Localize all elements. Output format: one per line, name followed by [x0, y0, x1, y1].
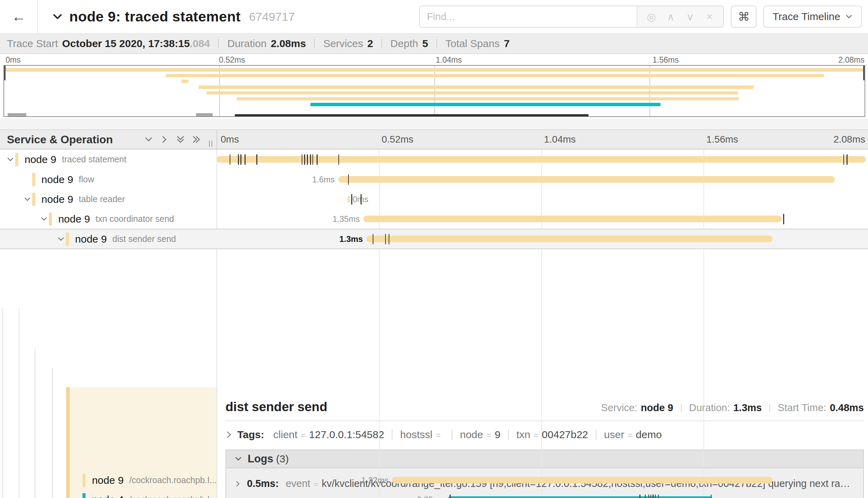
tag-separator: [508, 429, 509, 440]
log-marker-tick: [338, 154, 339, 165]
span-row-tree-cell[interactable]: node 9table reader: [0, 189, 216, 209]
log-marker-tick: [783, 214, 784, 224]
summary-item: Depth5: [390, 38, 428, 49]
logs-header[interactable]: Logs (3): [226, 450, 863, 468]
span-row[interactable]: node 9dist sender send1.3ms: [0, 229, 868, 249]
log-marker-tick: [310, 154, 311, 165]
meta-label: Duration:: [689, 402, 730, 414]
summary-value: 2: [367, 38, 373, 49]
span-row-tree-cell[interactable]: node 9traced statement: [0, 150, 216, 169]
minimap-handle[interactable]: [196, 113, 213, 116]
log-marker-tick: [843, 154, 844, 165]
minimap-tick-label: 2.08ms: [839, 55, 865, 65]
expand-one-icon[interactable]: [160, 135, 169, 144]
span-bar[interactable]: [216, 156, 866, 163]
summary-label: Trace Start: [7, 38, 58, 49]
back-button[interactable]: ←: [0, 0, 38, 33]
service-name: node 9: [42, 193, 73, 205]
timeline-minimap: 0ms0.52ms1.04ms1.56ms2.08ms: [0, 54, 868, 118]
trace-title-group: node 9: traced statement 6749717: [52, 9, 295, 25]
trace-page: ← node 9: traced statement 6749717 ◎ ∧ ∨…: [0, 0, 868, 498]
log-marker-tick: [256, 154, 257, 165]
span-bar[interactable]: [338, 176, 835, 183]
timeline-tick-header: 0ms0.52ms1.04ms1.56ms2.08ms: [216, 130, 868, 149]
service-name: node 9: [92, 474, 124, 486]
collapse-trace-chevron-icon[interactable]: [52, 11, 63, 22]
span-row[interactable]: node 9flow1.6ms: [0, 170, 868, 189]
span-row-tree-cell[interactable]: node 9/cockroach.roachpb.I...: [0, 470, 216, 490]
find-input[interactable]: [420, 6, 637, 27]
span-collapse-chevron-icon[interactable]: [23, 196, 32, 203]
prev-match-icon[interactable]: ∧: [661, 11, 680, 23]
span-collapse-chevron-icon[interactable]: [56, 235, 66, 243]
back-arrow-icon: ←: [11, 8, 26, 25]
tags-row[interactable]: Tags: client=127.0.0.1:54582hostssl=node…: [225, 429, 864, 441]
service-name: node 9: [25, 154, 56, 165]
minimap-tick-label: 0ms: [6, 55, 20, 65]
span-row-tree-cell[interactable]: node 9dist sender send: [0, 229, 216, 248]
span-row[interactable]: node 9/cockroach.roachpb.I...1.22ms: [0, 470, 868, 490]
span-row[interactable]: node 9table reader0ms: [0, 189, 868, 209]
minimap-scrollbar[interactable]: [235, 114, 588, 116]
span-row-tree-cell[interactable]: node 9flow: [0, 170, 216, 189]
span-collapse-chevron-icon[interactable]: [6, 156, 15, 163]
summary-label: Services: [323, 38, 363, 49]
tag-equals: =: [534, 431, 538, 440]
log-marker-tick: [302, 154, 302, 165]
span-collapse-chevron-icon[interactable]: [39, 215, 49, 223]
section-gap: [0, 118, 868, 129]
log-marker-tick: [648, 495, 649, 498]
view-selector-label: Trace Timeline: [772, 11, 840, 22]
timeline-tick-label: 0ms: [221, 134, 239, 145]
minimap-handle[interactable]: [8, 113, 26, 116]
span-row[interactable]: node 9txn coordinator send1.35ms: [0, 209, 868, 229]
span-row[interactable]: node 4/cockroach.roachpb.I...0.85ms: [0, 490, 868, 498]
summary-separator: [314, 39, 315, 48]
summary-value: October 15 2020, 17:38:15: [62, 38, 190, 49]
clear-find-icon[interactable]: ×: [700, 11, 719, 22]
minimap-right-scrubber[interactable]: [863, 66, 865, 80]
trace-view-selector[interactable]: Trace Timeline: [763, 6, 862, 28]
tag-separator: [596, 429, 596, 440]
log-marker-tick: [238, 154, 239, 165]
service-color-chip: [32, 173, 35, 186]
column-resizer-grip[interactable]: [209, 141, 212, 147]
tag-equals: =: [301, 431, 305, 440]
span-row-tree-cell[interactable]: node 9txn coordinator send: [0, 209, 216, 229]
minimap-tick-labels: 0ms0.52ms1.04ms1.56ms2.08ms: [0, 54, 868, 65]
focus-match-icon[interactable]: ◎: [641, 11, 661, 23]
log-marker-tick: [351, 194, 352, 205]
span-bar[interactable]: [392, 477, 772, 483]
service-name: node 4: [92, 494, 124, 498]
summary-item: Trace StartOctober 15 2020, 17:38:15.084: [7, 38, 210, 49]
minimap-span-bar: [310, 103, 661, 106]
span-bar[interactable]: [448, 496, 713, 498]
span-bar[interactable]: [348, 196, 350, 202]
tag-key: node: [460, 429, 483, 441]
span-duration-label: 1.6ms: [312, 175, 335, 184]
log-marker-tick: [389, 234, 389, 244]
minimap-canvas[interactable]: [3, 65, 865, 117]
service-color-chip: [82, 474, 86, 487]
keyboard-shortcuts-button[interactable]: ⌘: [731, 6, 756, 28]
meta-separator: [769, 404, 770, 413]
minimap-span-bar: [237, 97, 739, 101]
minimap-tick-label: 1.56ms: [653, 55, 679, 65]
trace-id: 6749717: [249, 10, 295, 24]
tag-separator: [392, 429, 392, 440]
span-row-tree-cell[interactable]: node 4/cockroach.roachpb.I...: [0, 490, 216, 498]
collapse-one-icon[interactable]: [144, 135, 153, 144]
summary-label: Duration: [227, 38, 266, 49]
summary-value-suffix: .084: [190, 38, 210, 49]
span-bar[interactable]: [366, 236, 772, 242]
tag-equals: =: [628, 431, 632, 440]
operation-name: traced statement: [62, 154, 126, 164]
span-row[interactable]: node 9traced statement: [0, 150, 868, 169]
collapse-all-icon[interactable]: [176, 135, 185, 144]
tag-item: node=9: [460, 429, 501, 441]
top-bar: ← node 9: traced statement 6749717 ◎ ∧ ∨…: [0, 0, 868, 34]
expand-all-icon[interactable]: [192, 135, 201, 144]
minimap-left-scrubber[interactable]: [4, 66, 6, 80]
span-bar[interactable]: [363, 216, 782, 222]
next-match-icon[interactable]: ∨: [680, 11, 700, 23]
